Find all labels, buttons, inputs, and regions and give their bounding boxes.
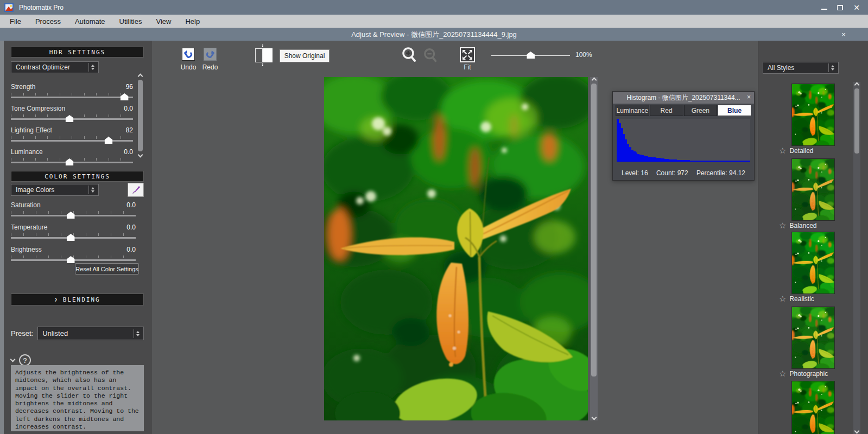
menu-process[interactable]: Process: [28, 15, 68, 28]
scrollbar-thumb[interactable]: [591, 84, 597, 376]
reset-color-settings-button[interactable]: Reset All Color Settings: [75, 263, 139, 275]
close-button[interactable]: ✕: [853, 4, 860, 11]
slider-track[interactable]: [11, 140, 133, 142]
color-method-value: Image Colors: [16, 186, 86, 194]
hdr-settings-header: HDR SETTINGS: [11, 47, 144, 58]
style-item-photographic[interactable]: ☆Photographic: [791, 307, 835, 369]
scroll-up-icon[interactable]: [591, 78, 597, 83]
star-icon[interactable]: ☆: [779, 370, 786, 378]
style-label: Detailed: [789, 147, 813, 155]
redo-button[interactable]: [204, 48, 217, 61]
scrollbar-thumb[interactable]: [138, 80, 143, 151]
blending-section-header[interactable]: ❯ BLENDING: [11, 293, 144, 305]
menu-file[interactable]: File: [0, 15, 28, 28]
zoom-slider-track[interactable]: [491, 55, 570, 56]
star-icon[interactable]: ☆: [779, 147, 786, 155]
document-close-icon[interactable]: ×: [840, 30, 847, 39]
help-question-icon: ?: [19, 354, 31, 366]
slider-value: 0.0: [124, 105, 133, 112]
style-label: Photographic: [789, 370, 828, 378]
zoom-out-button[interactable]: [422, 47, 440, 65]
compare-before-after-button[interactable]: [255, 48, 273, 62]
style-item-realistic[interactable]: ☆Realistic: [791, 232, 835, 294]
tab-blue[interactable]: Blue: [718, 105, 751, 116]
style-thumbnail[interactable]: [791, 307, 835, 369]
style-label: Realistic: [789, 295, 814, 303]
help-toggle[interactable]: ?: [11, 354, 144, 366]
brush-icon: [130, 184, 141, 195]
slider-track[interactable]: [11, 259, 136, 261]
scroll-down-icon[interactable]: [854, 429, 860, 434]
undo-button[interactable]: [182, 48, 195, 61]
scroll-down-icon[interactable]: [591, 415, 597, 420]
redo-icon: [205, 49, 215, 59]
compare-left-half: [255, 48, 263, 62]
color-sliders: Saturation0.0 Temperature0.0 Brightness0…: [11, 201, 136, 261]
menu-view[interactable]: View: [149, 15, 178, 28]
histogram-close-icon[interactable]: ×: [747, 93, 751, 101]
compare-split-line: [262, 44, 263, 66]
compare-right-half: [263, 48, 273, 62]
hdr-sliders-scrollbar[interactable]: [137, 74, 144, 157]
slider-saturation: Saturation0.0: [11, 201, 136, 216]
tab-luminance[interactable]: Luminance: [616, 105, 649, 116]
slider-track[interactable]: [11, 162, 133, 163]
slider-track[interactable]: [11, 118, 133, 120]
histogram-panel: Histogram - 微信图片_202507311344... × Lumin…: [612, 91, 755, 181]
fit-button[interactable]: [460, 47, 475, 62]
show-original-button[interactable]: Show Original: [280, 49, 330, 62]
histogram-title: Histogram - 微信图片_202507311344...: [626, 93, 740, 103]
slider-brightness: Brightness0.0: [11, 246, 136, 261]
styles-filter-dropdown[interactable]: All Styles: [763, 62, 839, 74]
color-brush-button[interactable]: [128, 183, 144, 197]
slider-ticks: [11, 233, 136, 236]
slider-track[interactable]: [11, 97, 133, 98]
style-thumbnail[interactable]: [791, 232, 835, 294]
scrollbar-thumb[interactable]: [854, 88, 859, 154]
menu-automate[interactable]: Automate: [68, 15, 112, 28]
slider-label: Temperature: [11, 224, 47, 231]
style-item-partial[interactable]: ☆: [791, 381, 835, 434]
scroll-up-icon[interactable]: [854, 82, 860, 88]
app-logo-icon: [4, 3, 14, 12]
tab-red[interactable]: Red: [650, 105, 683, 116]
star-icon[interactable]: ☆: [779, 295, 786, 303]
hdr-method-dropdown[interactable]: Contrast Optimizer: [11, 61, 99, 73]
menu-help[interactable]: Help: [178, 15, 207, 28]
slider-label: Strength: [11, 83, 35, 91]
document-title: Adjust & Preview - 微信图片_20250731134444_9…: [351, 30, 517, 40]
scroll-up-icon[interactable]: [138, 74, 143, 79]
style-thumbnail[interactable]: [791, 381, 835, 434]
image-vertical-scrollbar[interactable]: [590, 77, 598, 420]
scroll-down-icon[interactable]: [138, 152, 143, 158]
style-thumbnail[interactable]: [791, 158, 835, 221]
slider-label: Tone Compression: [11, 105, 65, 112]
zoom-slider-thumb[interactable]: [527, 52, 535, 59]
preview-image[interactable]: [324, 77, 588, 420]
slider-label: Luminance: [11, 148, 43, 156]
tab-green[interactable]: Green: [684, 105, 718, 116]
slider-value: 0.0: [124, 148, 133, 156]
preset-dropdown[interactable]: Unlisted: [37, 327, 144, 340]
restore-button[interactable]: [837, 5, 843, 10]
slider-ticks: [11, 114, 133, 117]
slider-track[interactable]: [11, 215, 136, 216]
style-item-balanced[interactable]: ☆Balanced: [791, 158, 835, 221]
slider-track[interactable]: [11, 237, 136, 239]
redo-label: Redo: [197, 63, 223, 71]
color-method-dropdown[interactable]: Image Colors: [11, 184, 99, 196]
color-settings-header: COLOR SETTINGS: [11, 171, 144, 182]
zoom-in-button[interactable]: [401, 46, 419, 65]
minimize-button[interactable]: [821, 5, 827, 10]
histogram-level: Level: 16: [622, 169, 648, 177]
style-item-detailed[interactable]: ☆Detailed: [791, 84, 835, 146]
menu-utilities[interactable]: Utilities: [112, 15, 149, 28]
histogram-titlebar[interactable]: Histogram - 微信图片_202507311344... ×: [613, 92, 754, 104]
style-thumbnail[interactable]: [791, 84, 835, 146]
star-icon[interactable]: ☆: [779, 222, 786, 229]
menu-bar: File Process Automate Utilities View Hel…: [0, 15, 868, 28]
slider-value: 0.0: [126, 246, 136, 253]
styles-scrollbar[interactable]: [853, 82, 860, 434]
styles-filter-value: All Styles: [768, 64, 826, 72]
dropdown-spinner-icon: [88, 186, 96, 194]
